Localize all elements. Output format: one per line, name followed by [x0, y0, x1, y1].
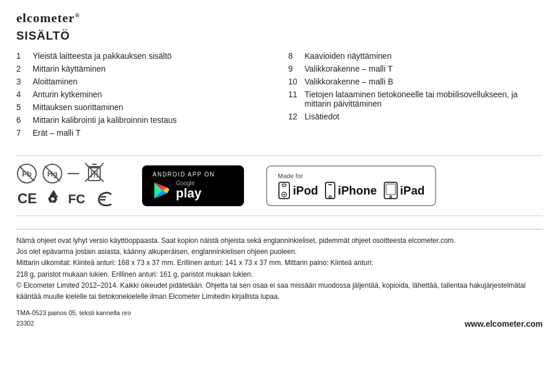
- toc-label-12: Lisätiedot: [305, 112, 339, 121]
- toc-item-7: 7 Erät – malli T: [16, 126, 271, 139]
- fc-mark-icon: FC: [68, 190, 91, 209]
- page-title: SISÄLTÖ: [16, 29, 543, 43]
- footer-line5: © Elcometer Limited 2012–2014. Kaikki oi…: [16, 280, 543, 291]
- footer-divider: [16, 229, 543, 229]
- svg-rect-29: [328, 184, 332, 185]
- toc-label-10: Valikkorakenne – malli B: [305, 77, 393, 86]
- iphone-label: iPhone: [338, 184, 377, 197]
- toc-label-11: Tietojen lataaminen tietokoneelle tai mo…: [305, 90, 543, 108]
- dash-separator: [68, 173, 79, 174]
- toc-label-3: Aloittaminen: [33, 77, 77, 86]
- footer-line4: 218 g, paristot mukaan lukien. Erillinen…: [16, 269, 543, 280]
- svg-point-31: [390, 196, 392, 198]
- weee-icon: [84, 162, 105, 185]
- svg-rect-23: [279, 182, 289, 199]
- logo-text: elcometer®: [16, 10, 80, 25]
- toc-label-1: Yleistä laitteesta ja pakkauksen sisältö: [33, 51, 172, 61]
- toc-item-4: 4 Anturin kytkeminen: [16, 88, 271, 101]
- toc-num-1: 1: [16, 51, 33, 61]
- symbol-group: Pb Hg: [16, 162, 114, 210]
- svg-text:CE: CE: [17, 190, 37, 206]
- recycling-icon: ♻: [44, 189, 63, 210]
- toc-num-9: 9: [288, 64, 305, 73]
- toc-num-2: 2: [16, 64, 33, 73]
- ipad-label: iPad: [400, 184, 424, 197]
- google-play-text-group: Google play: [176, 180, 201, 200]
- ipod-icon: [278, 182, 291, 199]
- toc-item-9: 9 Valikkorakenne – malli T: [288, 62, 543, 75]
- svg-rect-32: [386, 184, 395, 195]
- toc-label-9: Valikkorakenne – malli T: [305, 64, 392, 73]
- svg-text:♻: ♻: [47, 193, 58, 206]
- footer-website: www.elcometer.com: [465, 319, 543, 329]
- ce-mark-icon: CE: [16, 190, 40, 209]
- toc-num-7: 7: [16, 128, 33, 137]
- c-mark-icon: [95, 189, 114, 210]
- toc-label-4: Anturin kytkeminen: [33, 90, 102, 99]
- footer-bottom-left: TMA-0523 painos 05, teksti kannella nro …: [16, 308, 131, 329]
- badges-row: Pb Hg: [16, 156, 543, 216]
- pb-hg-row: Pb Hg: [16, 162, 114, 185]
- table-of-contents: 1 Yleistä laitteesta ja pakkauksen sisäl…: [16, 50, 543, 139]
- ipad-icon: [384, 182, 398, 199]
- toc-label-2: Mittarin käyttäminen: [33, 64, 105, 73]
- made-for-apple-badge: Made for iPod iPhone: [266, 165, 436, 206]
- svg-rect-25: [282, 184, 286, 186]
- footer-line2: Jos olet epävarma jostain asiasta, käänn…: [16, 246, 543, 257]
- pb-icon: Pb: [16, 163, 37, 184]
- toc-item-5: 5 Mittauksen suorittaminen: [16, 101, 271, 114]
- ipod-label: iPod: [293, 184, 318, 197]
- toc-item-12: 12 Lisätiedot: [288, 110, 543, 123]
- toc-item-11: 11 Tietojen lataaminen tietokoneelle tai…: [288, 88, 543, 110]
- toc-label-8: Kaavioiden näyttäminen: [305, 51, 391, 61]
- toc-item-6: 6 Mittarin kalibrointi ja kalibroinnin t…: [16, 114, 271, 126]
- hg-icon: Hg: [42, 163, 63, 184]
- toc-label-5: Mittauksen suorittaminen: [33, 103, 123, 112]
- ipad-device: iPad: [384, 182, 424, 199]
- toc-right: 8 Kaavioiden näyttäminen 9 Valikkorakenn…: [288, 50, 543, 139]
- google-play-badge[interactable]: ANDROID APP ON: [142, 165, 244, 206]
- google-play-bottom-row: Google play: [153, 180, 201, 200]
- logo-name: elcometer: [16, 10, 75, 25]
- toc-num-8: 8: [288, 51, 305, 61]
- iphone-device: iPhone: [325, 182, 377, 199]
- logo-reg: ®: [75, 12, 80, 19]
- toc-num-12: 12: [288, 112, 305, 121]
- footer-line3: Mittarin ulkomitat: Kiinteä anturi: 168 …: [16, 257, 543, 269]
- toc-label-7: Erät – malli T: [33, 128, 80, 137]
- toc-item-10: 10 Valikkorakenne – malli B: [288, 75, 543, 88]
- footer-tma-line2: 23302: [16, 319, 131, 329]
- footer-text: Nämä ohjeet ovat lyhyt versio käyttöoppa…: [16, 235, 543, 302]
- toc-item-3: 3 Aloittaminen: [16, 75, 271, 88]
- google-play-top-text: ANDROID APP ON: [153, 171, 215, 178]
- toc-left: 1 Yleistä laitteesta ja pakkauksen sisäl…: [16, 50, 271, 139]
- footer-line6: kääntää muulle kielelle tai tietokonekie…: [16, 291, 543, 302]
- toc-label-6: Mittarin kalibrointi ja kalibroinnin tes…: [33, 115, 176, 125]
- google-play-icon: [153, 181, 171, 200]
- ipod-device: iPod: [278, 182, 318, 199]
- play-text: play: [176, 186, 201, 200]
- apple-devices-row: iPod iPhone iPad: [278, 182, 424, 199]
- toc-num-6: 6: [16, 115, 33, 125]
- logo: elcometer®: [16, 10, 80, 26]
- toc-item-2: 2 Mittarin käyttäminen: [16, 62, 271, 75]
- toc-num-10: 10: [288, 77, 305, 86]
- toc-num-11: 11: [288, 90, 305, 99]
- svg-text:FC: FC: [68, 192, 85, 206]
- svg-point-28: [329, 196, 331, 198]
- toc-item-8: 8 Kaavioiden näyttäminen: [288, 50, 543, 62]
- svg-point-26: [284, 194, 285, 196]
- toc-num-5: 5: [16, 103, 33, 112]
- toc-num-3: 3: [16, 77, 33, 86]
- header: elcometer®: [16, 10, 543, 26]
- made-for-label: Made for: [278, 172, 424, 179]
- footer-line1: Nämä ohjeet ovat lyhyt versio käyttöoppa…: [16, 235, 543, 246]
- footer-tma-line1: TMA-0523 painos 05, teksti kannella nro: [16, 308, 131, 319]
- footer-bottom: TMA-0523 painos 05, teksti kannella nro …: [16, 308, 543, 329]
- toc-item-1: 1 Yleistä laitteesta ja pakkauksen sisäl…: [16, 50, 271, 62]
- toc-num-4: 4: [16, 90, 33, 99]
- cert-marks-row: CE ♻ FC: [16, 189, 114, 210]
- iphone-icon: [325, 182, 335, 199]
